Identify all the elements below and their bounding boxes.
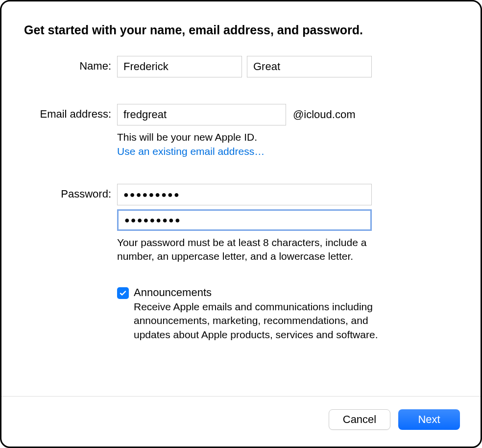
password-label: Password:	[24, 184, 117, 200]
email-row: Email address: @icloud.com This will be …	[24, 104, 458, 157]
dialog-content: Get started with your name, email addres…	[1, 1, 481, 396]
password-confirm-input[interactable]	[117, 209, 372, 231]
page-title: Get started with your name, email addres…	[24, 23, 458, 37]
name-label: Name:	[24, 56, 117, 73]
email-label: Email address:	[24, 104, 117, 121]
password-input[interactable]	[117, 184, 372, 205]
announcements-checkbox[interactable]	[117, 287, 130, 300]
dialog-window: Get started with your name, email addres…	[0, 0, 482, 448]
password-row: Password: Your password must be at least…	[24, 184, 458, 342]
last-name-input[interactable]	[247, 56, 372, 77]
dialog-footer: Cancel Next	[1, 396, 481, 447]
first-name-input[interactable]	[117, 56, 242, 77]
email-helper-text: This will be your new Apple ID.	[117, 130, 372, 144]
cancel-button[interactable]: Cancel	[329, 409, 390, 430]
announcements-desc: Receive Apple emails and communications …	[134, 300, 384, 342]
email-suffix: @icloud.com	[293, 108, 356, 121]
announcements-title: Announcements	[134, 286, 458, 299]
next-button[interactable]: Next	[398, 409, 460, 430]
name-row: Name:	[24, 56, 458, 77]
use-existing-email-link[interactable]: Use an existing email address…	[117, 146, 458, 157]
password-helper-text: Your password must be at least 8 charact…	[117, 236, 372, 263]
checkmark-icon	[117, 287, 129, 299]
email-prefix-input[interactable]	[117, 104, 286, 125]
announcements-option: Announcements Receive Apple emails and c…	[117, 286, 458, 342]
